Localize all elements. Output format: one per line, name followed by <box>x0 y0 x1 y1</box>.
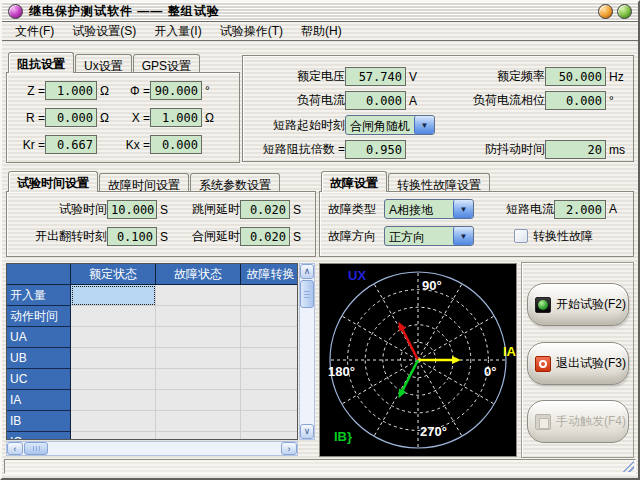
menu-item-file[interactable]: 文件(F) <box>6 22 63 41</box>
z-field[interactable]: 1.000 <box>45 81 97 100</box>
table-cell[interactable] <box>241 306 298 327</box>
horizontal-scrollbar[interactable]: ‹ › <box>6 441 298 456</box>
table-cell[interactable] <box>241 327 298 348</box>
menu-item-help[interactable]: 帮助(H) <box>292 22 351 41</box>
tab-gps-settings[interactable]: GPS设置 <box>133 54 200 72</box>
resize-grip-icon[interactable] <box>620 460 634 472</box>
menu-item-test-operation[interactable]: 试验操作(T) <box>211 22 292 41</box>
short-start-time-dropdown[interactable]: 合闸角随机 ▼ <box>345 115 435 135</box>
menu-item-test-settings[interactable]: 试验设置(S) <box>63 22 145 41</box>
fault-direction-value: 正方向 <box>385 227 453 245</box>
load-current-phase-field[interactable]: 0.000 <box>545 91 606 110</box>
tab-test-time-settings[interactable]: 试验时间设置 <box>8 171 98 192</box>
table-cell[interactable] <box>71 348 156 369</box>
table-cell[interactable] <box>71 369 156 390</box>
table-cell-selected[interactable] <box>71 285 156 306</box>
vertical-scroll-thumb[interactable] <box>300 280 314 308</box>
column-header-fault-convert[interactable]: 故障转换 <box>241 264 298 284</box>
vector-plot: 90° 180° 0° 270° UX IA IB} <box>319 263 517 457</box>
rated-voltage-unit: V <box>409 70 425 84</box>
stop-test-button[interactable]: 退出试验(F3) <box>527 342 629 385</box>
tab-fault-time-settings[interactable]: 故障时间设置 <box>99 173 189 191</box>
convert-fault-checkbox[interactable] <box>514 229 528 243</box>
table-cell[interactable] <box>71 327 156 348</box>
window-system-icon[interactable] <box>8 4 23 19</box>
table-cell[interactable] <box>71 390 156 411</box>
test-time-field[interactable]: 10.000 <box>107 200 157 219</box>
tab-fault-settings[interactable]: 故障设置 <box>321 171 387 192</box>
table-cell[interactable] <box>156 369 241 390</box>
vertical-scrollbar[interactable]: ∧ ∨ <box>299 263 315 440</box>
scroll-down-button[interactable]: ∨ <box>300 424 314 439</box>
rated-voltage-field[interactable]: 57.740 <box>345 67 406 86</box>
r-field[interactable]: 0.000 <box>45 108 97 127</box>
impedance-panel: 阻抗设置 Ux设置 GPS设置 Z = 1.000 Ω Φ = 90.000 °… <box>6 52 240 163</box>
short-current-label: 短路电流 <box>494 201 554 218</box>
tab-ux-settings[interactable]: Ux设置 <box>75 54 132 72</box>
chevron-down-icon[interactable]: ▼ <box>414 116 434 134</box>
fault-direction-dropdown[interactable]: 正方向 ▼ <box>384 226 474 246</box>
table-row-label: IC <box>7 432 71 440</box>
table-cell[interactable] <box>156 390 241 411</box>
close-button[interactable] <box>617 4 632 19</box>
table-cell[interactable] <box>156 285 241 306</box>
x-field[interactable]: 1.000 <box>150 108 202 127</box>
trip-delay-field[interactable]: 0.020 <box>240 200 290 219</box>
column-header-fault-state[interactable]: 故障状态 <box>156 264 241 284</box>
short-current-field[interactable]: 2.000 <box>554 200 606 219</box>
x-label: X = <box>116 111 150 125</box>
table-cell[interactable] <box>156 348 241 369</box>
fault-type-dropdown[interactable]: A相接地 ▼ <box>384 199 474 219</box>
table-cell[interactable] <box>156 327 241 348</box>
horizontal-scroll-thumb[interactable] <box>24 442 48 455</box>
table-row: UC <box>7 369 297 390</box>
table-row-label: IA <box>7 390 71 411</box>
table-cell[interactable] <box>241 432 298 440</box>
output-flip-time-label: 开出翻转时刻 <box>15 228 107 245</box>
manual-trigger-button[interactable]: 手动触发(F4) <box>527 400 629 443</box>
angle-label-180: 180° <box>328 364 355 379</box>
phasor-label-ux: UX <box>348 268 366 283</box>
phi-label: Φ = <box>116 84 150 98</box>
table-cell[interactable] <box>241 348 298 369</box>
manual-trigger-label: 手动触发(F4) <box>556 413 626 430</box>
r-unit: Ω <box>100 111 116 125</box>
scroll-right-button[interactable]: › <box>281 442 297 455</box>
table-cell[interactable] <box>156 432 241 440</box>
table-cell[interactable] <box>241 411 298 432</box>
table-cell[interactable] <box>156 306 241 327</box>
table-cell[interactable] <box>71 432 156 440</box>
table-cell[interactable] <box>241 390 298 411</box>
system-panel: 额定电压 57.740 V 额定频率 50.000 Hz 负荷电流 0.000 … <box>242 55 634 162</box>
table-cell[interactable] <box>71 411 156 432</box>
menu-item-binary-input[interactable]: 开入量(I) <box>145 22 210 41</box>
impedance-multiple-field[interactable]: 0.950 <box>345 140 406 159</box>
table-cell[interactable] <box>241 369 298 390</box>
output-flip-time-field[interactable]: 0.100 <box>107 227 157 246</box>
table-cell[interactable] <box>156 411 241 432</box>
window-title: 继电保护测试软件 —— 整组试验 <box>29 3 220 20</box>
phi-field[interactable]: 90.000 <box>150 81 202 100</box>
load-current-field[interactable]: 0.000 <box>345 91 406 110</box>
table-row: UB <box>7 348 297 369</box>
rated-frequency-field[interactable]: 50.000 <box>545 67 606 86</box>
table-cell[interactable] <box>241 285 298 306</box>
table-cell[interactable] <box>71 306 156 327</box>
tab-system-param-settings[interactable]: 系统参数设置 <box>190 173 280 191</box>
tab-convert-fault-settings[interactable]: 转换性故障设置 <box>388 173 490 191</box>
minimize-button[interactable] <box>598 4 613 19</box>
start-test-button[interactable]: 开始试验(F2) <box>527 283 629 326</box>
chevron-down-icon[interactable]: ▼ <box>453 200 473 218</box>
chevron-down-icon[interactable]: ▼ <box>453 227 473 245</box>
scroll-left-button[interactable]: ‹ <box>7 442 23 455</box>
table-corner-cell <box>7 264 71 284</box>
close-delay-field[interactable]: 0.020 <box>240 227 290 246</box>
fault-panel: 故障设置 转换性故障设置 故障类型 A相接地 ▼ 短路电流 2.000 A 故障… <box>319 171 634 257</box>
kr-field[interactable]: 0.667 <box>45 135 97 154</box>
column-header-rated-state[interactable]: 额定状态 <box>71 264 156 284</box>
scroll-up-button[interactable]: ∧ <box>300 264 314 279</box>
kx-field[interactable]: 0.000 <box>150 135 202 154</box>
debounce-time-field[interactable]: 20 <box>545 140 606 159</box>
tab-impedance-settings[interactable]: 阻抗设置 <box>8 52 74 73</box>
test-time-unit: S <box>160 203 176 217</box>
